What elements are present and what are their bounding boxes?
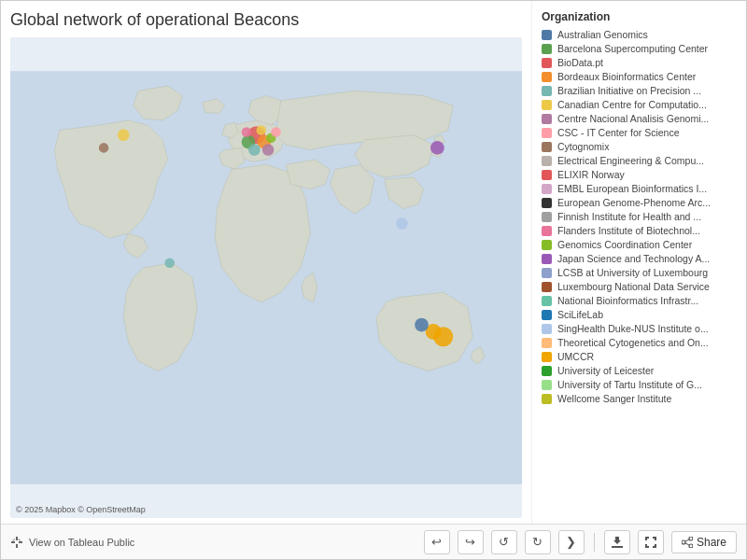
legend-item[interactable]: SciLifeLab — [542, 309, 739, 320]
legend-item[interactable]: University of Leicester — [542, 365, 739, 376]
chart-title: Global network of operational Beacons — [10, 10, 522, 30]
legend-item[interactable]: Theoretical Cytogenetics and On... — [542, 337, 739, 348]
redo-button[interactable]: ↪ — [458, 530, 484, 554]
legend-item-label: SciLifeLab — [557, 309, 603, 320]
legend-color-swatch — [542, 184, 552, 194]
legend-item-label: Electrical Engineering & Compu... — [557, 155, 704, 166]
svg-rect-7 — [612, 546, 623, 548]
legend-item[interactable]: Barcelona Supercomputing Center — [542, 43, 739, 54]
legend-color-swatch — [542, 30, 552, 40]
legend-item[interactable]: EMBL European Bioinformatics I... — [542, 183, 739, 194]
forward-button[interactable]: ↻ — [525, 530, 551, 554]
legend-item[interactable]: Brazilian Initiative on Precision ... — [542, 85, 739, 96]
legend-item[interactable]: Electrical Engineering & Compu... — [542, 155, 739, 166]
legend-item-label: Theoretical Cytogenetics and On... — [557, 337, 709, 348]
beacon-csc2[interactable] — [271, 127, 281, 137]
legend-items-container: Australian GenomicsBarcelona Supercomput… — [542, 29, 739, 404]
world-map — [10, 37, 522, 518]
legend-color-swatch — [542, 296, 552, 306]
svg-line-13 — [685, 542, 690, 544]
beacon-centre-nacional[interactable] — [262, 144, 275, 156]
legend-item-label: University of Tartu Institute of G... — [557, 379, 702, 390]
share-label: Share — [697, 536, 726, 549]
svg-rect-6 — [18, 538, 21, 540]
revert-button[interactable]: ↺ — [491, 530, 517, 554]
legend-color-swatch — [542, 170, 552, 180]
legend-item-label: Wellcome Sanger Institute — [557, 393, 671, 404]
legend-item-label: Flanders Institute of Biotechnol... — [557, 225, 700, 236]
legend-item-label: European Genome-Phenome Arc... — [557, 197, 711, 208]
legend-item-label: Bordeaux Bioinformatics Center — [557, 71, 696, 82]
legend-item[interactable]: Luxembourg National Data Service — [542, 281, 739, 292]
legend-color-swatch — [542, 282, 552, 292]
fullscreen-button[interactable] — [638, 530, 664, 554]
legend-color-swatch — [542, 394, 552, 404]
legend-item[interactable]: Cytognomix — [542, 141, 739, 152]
legend-item-label: LCSB at University of Luxembourg — [557, 267, 708, 278]
beacon-singapore[interactable] — [396, 217, 408, 230]
legend-item-label: Luxembourg National Data Service — [557, 281, 710, 292]
legend-color-swatch — [542, 44, 552, 54]
legend-item-label: Canadian Centre for Computatio... — [557, 99, 707, 110]
legend-item[interactable]: UMCCR — [542, 351, 739, 362]
beacon-australian-genomics[interactable] — [415, 318, 429, 332]
svg-point-10 — [689, 544, 693, 548]
legend-color-swatch — [542, 310, 552, 320]
beacon-flanders[interactable] — [242, 127, 252, 137]
legend-panel: Organization Australian GenomicsBarcelon… — [531, 1, 746, 524]
beacon-japan[interactable] — [430, 141, 444, 155]
legend-item[interactable]: Bordeaux Bioinformatics Center — [542, 71, 739, 82]
legend-color-swatch — [542, 114, 552, 124]
legend-item[interactable]: University of Tartu Institute of G... — [542, 379, 739, 390]
legend-color-swatch — [542, 226, 552, 236]
beacon-csc[interactable] — [256, 125, 266, 135]
legend-item[interactable]: SingHealth Duke-NUS Institute o... — [542, 323, 739, 334]
beacon-umccr[interactable] — [433, 327, 453, 346]
share-button[interactable]: Share — [671, 531, 737, 553]
legend-item-label: University of Leicester — [557, 365, 654, 376]
legend-item[interactable]: LCSB at University of Luxembourg — [542, 267, 739, 278]
legend-item-label: Centre Nacional Analisis Genomi... — [557, 113, 709, 124]
legend-item-label: BioData.pt — [557, 57, 603, 68]
legend-item-label: SingHealth Duke-NUS Institute o... — [557, 323, 709, 334]
more-button[interactable]: ❯ — [558, 530, 585, 554]
download-button[interactable] — [604, 530, 630, 554]
legend-item-label: EMBL European Bioinformatics I... — [557, 183, 707, 194]
svg-line-12 — [685, 539, 690, 540]
legend-color-swatch — [542, 156, 552, 166]
legend-item[interactable]: Australian Genomics — [542, 29, 739, 40]
legend-item[interactable]: CSC - IT Center for Science — [542, 127, 739, 138]
legend-color-swatch — [542, 100, 552, 110]
legend-item[interactable]: Canadian Centre for Computatio... — [542, 99, 739, 110]
legend-color-swatch — [542, 198, 552, 208]
legend-item[interactable]: Wellcome Sanger Institute — [542, 393, 739, 404]
undo-button[interactable]: ↩ — [424, 530, 450, 554]
map-copyright: © 2025 Mapbox © OpenStreetMap — [16, 505, 146, 514]
legend-color-swatch — [542, 268, 552, 278]
legend-item[interactable]: Finnish Institute for Health and ... — [542, 211, 739, 222]
tableau-link[interactable]: View on Tableau Public — [29, 537, 134, 548]
fullscreen-icon — [644, 536, 657, 549]
legend-item[interactable]: BioData.pt — [542, 57, 739, 68]
legend-color-swatch — [542, 352, 552, 362]
legend-item-label: Australian Genomics — [557, 29, 648, 40]
legend-color-swatch — [542, 240, 552, 250]
legend-color-swatch — [542, 338, 552, 348]
svg-rect-1 — [16, 537, 18, 540]
beacon-usa[interactable] — [99, 143, 109, 153]
legend-item[interactable]: National Bioinformatics Infrastr... — [542, 295, 739, 306]
share-icon — [682, 537, 693, 548]
bottom-toolbar: View on Tableau Public ↩ ↪ ↺ ↻ ❯ — [1, 524, 746, 559]
beacon-brazil-init[interactable] — [248, 144, 261, 156]
beacon-brazil[interactable] — [164, 258, 175, 268]
legend-item[interactable]: Genomics Coordination Center — [542, 239, 739, 250]
legend-item[interactable]: European Genome-Phenome Arc... — [542, 197, 739, 208]
legend-item[interactable]: Centre Nacional Analisis Genomi... — [542, 113, 739, 124]
legend-item[interactable]: ELIXIR Norway — [542, 169, 739, 180]
legend-item[interactable]: Japan Science and Technology A... — [542, 253, 739, 264]
legend-color-swatch — [542, 86, 552, 96]
legend-item-label: ELIXIR Norway — [557, 169, 625, 180]
map-container[interactable]: © 2025 Mapbox © OpenStreetMap — [10, 37, 522, 518]
beacon-canada[interactable] — [118, 129, 130, 141]
legend-item[interactable]: Flanders Institute of Biotechnol... — [542, 225, 739, 236]
